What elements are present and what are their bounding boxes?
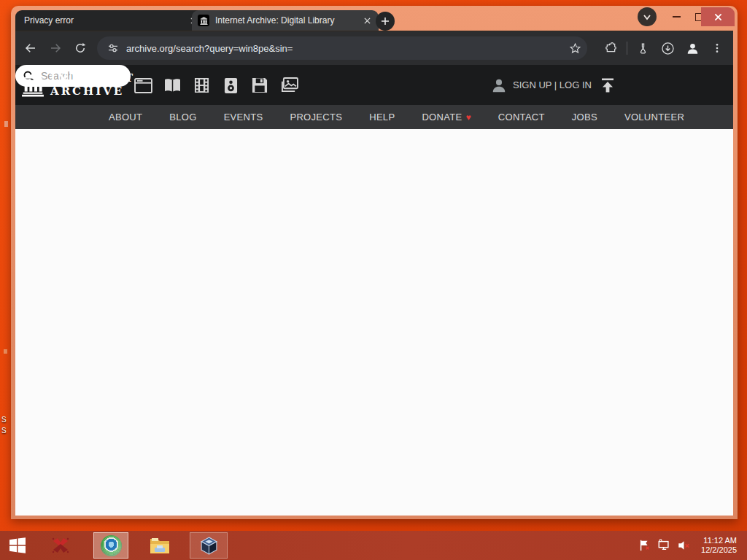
- browser-toolbar: archive.org/search?query=win8pe&sin=: [15, 31, 733, 65]
- site-settings-tune-icon[interactable]: [107, 42, 119, 54]
- close-window-button[interactable]: [701, 7, 735, 26]
- nav-item-projects[interactable]: PROJECTS: [290, 112, 342, 122]
- system-tray: 11:12 AM 12/2/2025: [638, 536, 747, 555]
- action-center-flag-icon[interactable]: [638, 539, 651, 552]
- windows-taskbar: 11:12 AM 12/2/2025: [0, 531, 747, 560]
- desktop-icon-fragment: [4, 121, 8, 127]
- desktop-icon-fragment: [4, 349, 7, 354]
- profile-person-icon: [686, 42, 700, 55]
- donate-heart-icon: ♥: [465, 112, 471, 122]
- back-button[interactable]: [18, 36, 43, 61]
- nav-item-volunteer[interactable]: VOLUNTEER: [624, 112, 684, 122]
- clock-time: 11:12 AM: [701, 536, 737, 545]
- media-images-icon[interactable]: [279, 77, 298, 94]
- clock-date: 12/2/2025: [701, 545, 737, 555]
- kebab-menu-icon: [711, 42, 723, 54]
- browser-window: Privacy error Internet Archive: Digital …: [11, 6, 738, 519]
- back-icon: [24, 42, 37, 55]
- nav-item-help[interactable]: HELP: [369, 112, 395, 122]
- reload-button[interactable]: [68, 36, 93, 61]
- virtualbox-icon: [199, 536, 219, 556]
- reload-icon: [74, 42, 87, 55]
- nav-item-blog[interactable]: BLOG: [169, 112, 196, 122]
- tab-privacy-error[interactable]: Privacy error: [15, 10, 205, 31]
- labs-button[interactable]: [630, 36, 655, 61]
- taskbar-chrome-button[interactable]: [93, 532, 128, 559]
- signup-login-label[interactable]: SIGN UP | LOG IN: [513, 79, 592, 90]
- start-button[interactable]: [1, 532, 34, 559]
- taskbar-virtualbox-button[interactable]: [190, 532, 228, 559]
- chrome-icon: [101, 535, 122, 556]
- webpage-content: INTERNET ARCHIVE: [15, 65, 733, 516]
- internet-archive-logo-icon[interactable]: [21, 73, 44, 97]
- profile-button[interactable]: [680, 36, 705, 61]
- desktop-background[interactable]: S S Privacy error Internet Archive: Digi…: [0, 0, 747, 560]
- downloads-button[interactable]: [655, 36, 680, 61]
- taskbar-red-app-button[interactable]: [44, 532, 77, 559]
- media-texts-icon[interactable]: [163, 77, 182, 94]
- volume-muted-icon[interactable]: [677, 539, 691, 552]
- forward-button[interactable]: [43, 36, 68, 61]
- puzzle-icon: [605, 42, 618, 55]
- red-app-icon: [51, 537, 70, 554]
- plus-icon: [381, 17, 390, 26]
- site-nav-bar: ABOUT BLOG EVENTS PROJECTS HELP DONATE♥ …: [15, 105, 733, 129]
- media-web-icon[interactable]: [133, 77, 152, 94]
- media-software-icon[interactable]: [250, 77, 269, 94]
- bookmark-star-icon[interactable]: [569, 42, 581, 55]
- nav-item-about[interactable]: ABOUT: [109, 112, 142, 122]
- desktop-icon-label-fragment: S: [1, 416, 7, 424]
- taskbar-clock[interactable]: 11:12 AM 12/2/2025: [701, 536, 737, 555]
- nav-item-jobs[interactable]: JOBS: [572, 112, 597, 122]
- url-text: archive.org/search?query=win8pe&sin=: [126, 43, 569, 54]
- nav-item-donate[interactable]: DONATE♥: [422, 112, 471, 122]
- file-explorer-icon: [149, 536, 171, 555]
- address-bar[interactable]: archive.org/search?query=win8pe&sin=: [97, 36, 587, 60]
- new-tab-button[interactable]: [376, 12, 395, 31]
- tab-title: Privacy error: [24, 15, 187, 26]
- extensions-button[interactable]: [599, 36, 624, 61]
- minimize-icon: [673, 16, 681, 18]
- close-icon: [714, 13, 722, 21]
- network-monitor-icon[interactable]: [657, 539, 671, 552]
- media-audio-icon[interactable]: [221, 77, 240, 94]
- user-icon: [491, 77, 507, 93]
- windows-logo-icon: [9, 537, 26, 554]
- upload-button[interactable]: [599, 77, 616, 94]
- nav-item-contact[interactable]: CONTACT: [498, 112, 545, 122]
- minimize-button[interactable]: [666, 7, 686, 26]
- browser-menu-button[interactable]: [705, 36, 729, 61]
- signup-login-area[interactable]: SIGN UP | LOG IN: [491, 65, 592, 105]
- internet-archive-favicon: [198, 15, 209, 26]
- tab-search-button[interactable]: [638, 7, 657, 26]
- flask-icon: [637, 42, 649, 55]
- tab-close-icon[interactable]: [361, 15, 373, 26]
- media-video-icon[interactable]: [192, 77, 211, 94]
- tab-internet-archive[interactable]: Internet Archive: Digital Library: [192, 10, 379, 31]
- toolbar-separator: [627, 42, 627, 55]
- nav-item-events[interactable]: EVENTS: [224, 112, 263, 122]
- search-results-empty-area: [15, 129, 733, 516]
- forward-icon: [49, 42, 62, 55]
- download-icon: [661, 42, 675, 55]
- internet-archive-wordmark[interactable]: INTERNET ARCHIVE: [50, 71, 135, 98]
- taskbar-file-explorer-button[interactable]: [143, 532, 177, 559]
- upload-icon: [599, 77, 616, 94]
- internet-archive-header: INTERNET ARCHIVE: [15, 65, 733, 105]
- tab-title: Internet Archive: Digital Library: [215, 15, 361, 26]
- desktop-icon-label-fragment: S: [1, 427, 7, 435]
- chevron-down-icon: [643, 12, 651, 21]
